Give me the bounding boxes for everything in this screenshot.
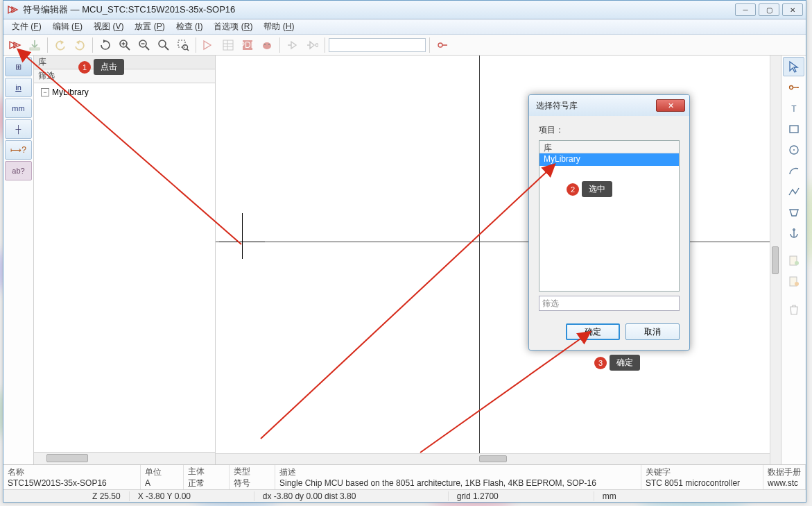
zoom-fit-button[interactable]: [155, 36, 173, 54]
status-grid: grid 1.2700: [449, 491, 594, 501]
symbol-icon[interactable]: [200, 36, 218, 54]
svg-marker-20: [204, 41, 211, 49]
info-body-label: 主体: [188, 466, 225, 478]
svg-line-9: [126, 47, 130, 50]
callout-3-text: 确定: [610, 355, 640, 371]
callout-2-badge: 2: [567, 183, 579, 196]
menubar: 文件 (F) 编辑 (E) 视图 (V) 放置 (P) 检查 (I) 首选项 (…: [3, 19, 806, 35]
status-zoom: Z 25.50: [84, 491, 130, 501]
sheet-2-icon[interactable]: [783, 272, 804, 292]
zoom-out-button[interactable]: [135, 36, 153, 54]
circle-tool-icon[interactable]: [783, 140, 804, 160]
dialog-title: 选择符号库: [536, 100, 578, 112]
undo-button[interactable]: [51, 36, 69, 54]
callout-1-text: 点击: [94, 59, 124, 75]
select-tool-icon[interactable]: [783, 57, 804, 76]
dialog-titlebar[interactable]: 选择符号库 ✕: [529, 95, 689, 116]
svg-point-34: [797, 87, 799, 88]
maximize-button[interactable]: ▢: [759, 3, 779, 16]
info-name-label: 名称: [8, 466, 136, 478]
menu-view[interactable]: 视图 (V): [88, 19, 129, 34]
info-key-value: STC 8051 microcontroller: [646, 478, 759, 488]
cursor-mode-button[interactable]: ┼: [5, 119, 32, 139]
menu-prefs[interactable]: 首选项 (R): [208, 19, 258, 34]
arc-tool-icon[interactable]: [783, 161, 804, 180]
lib-panel-filter-label: 筛选: [34, 69, 215, 83]
lib-tree[interactable]: − MyLibrary: [34, 83, 215, 452]
menu-edit[interactable]: 编辑 (E): [47, 19, 88, 34]
text-tool-icon[interactable]: T: [783, 99, 804, 118]
menu-file[interactable]: 文件 (F): [6, 19, 47, 34]
lib-tree-item[interactable]: − MyLibrary: [38, 86, 215, 99]
info-body-value: 正常: [188, 478, 225, 489]
status-bar: Z 25.50 X -3.80 Y 0.00 dx -3.80 dy 0.00 …: [3, 489, 806, 502]
tree-expand-icon[interactable]: −: [41, 88, 49, 96]
callout-3-badge: 3: [594, 357, 607, 369]
dialog-filter-input[interactable]: 筛选: [539, 296, 680, 311]
close-button[interactable]: ✕: [782, 3, 803, 16]
titlebar: 符号编辑器 — MCU_STC:STC15W201S-35x-SOP16 ─ ▢…: [3, 1, 806, 19]
new-symbol-button[interactable]: [6, 36, 24, 54]
zoom-selection-button[interactable]: [174, 36, 192, 54]
callout-1-badge: 1: [78, 61, 91, 74]
menu-place[interactable]: 放置 (P): [129, 19, 170, 34]
dialog-ok-button[interactable]: 确定: [566, 323, 620, 340]
info-row: 名称STC15W201S-35x-SOP16 单位A 主体正常 类型符号 描述S…: [3, 464, 806, 489]
conv-icon-1[interactable]: [284, 36, 302, 54]
properties-button[interactable]: [219, 36, 237, 54]
trash-icon[interactable]: [783, 300, 804, 319]
info-name-value: STC15W201S-35x-SOP16: [8, 478, 136, 488]
refresh-button[interactable]: [96, 36, 114, 54]
svg-point-15: [159, 40, 166, 47]
conv-icon-2[interactable]: [303, 36, 321, 54]
menu-help[interactable]: 帮助 (H): [258, 19, 300, 34]
polygon-tool-icon[interactable]: [783, 203, 804, 222]
svg-point-44: [795, 282, 799, 286]
lib-panel-hscroll[interactable]: [34, 452, 215, 464]
save-button[interactable]: [26, 36, 44, 54]
redo-button[interactable]: [71, 36, 89, 54]
polyline-tool-icon[interactable]: [783, 182, 804, 201]
svg-point-38: [793, 149, 795, 151]
erc-button[interactable]: [258, 36, 276, 54]
callout-1: 1 点击: [78, 59, 124, 75]
unit-select[interactable]: [329, 38, 426, 52]
info-desc-label: 描述: [279, 466, 637, 478]
pin-help-button[interactable]: ⟼?: [5, 140, 32, 160]
svg-point-29: [268, 44, 270, 45]
rect-tool-icon[interactable]: [783, 119, 804, 139]
dialog-list-header: 库: [539, 141, 679, 153]
status-delta: dx -3.80 dy 0.00 dist 3.80: [254, 491, 449, 501]
svg-point-32: [789, 86, 793, 90]
minimize-button[interactable]: ─: [735, 3, 756, 16]
grid-icon[interactable]: ⊞: [5, 57, 32, 76]
pdf-button[interactable]: PDF: [239, 36, 257, 54]
svg-point-27: [263, 42, 271, 49]
dialog-listbox[interactable]: 库 MyLibrary: [539, 140, 680, 292]
info-ds-label: 数据手册: [768, 466, 801, 478]
inch-unit-button[interactable]: in: [5, 78, 32, 97]
status-xy: X -3.80 Y 0.00: [130, 491, 254, 501]
sheet-1-icon[interactable]: [783, 251, 804, 271]
menu-inspect[interactable]: 检查 (I): [171, 19, 209, 34]
anchor-tool-icon[interactable]: [783, 224, 804, 243]
dialog-cancel-button[interactable]: 取消: [625, 323, 680, 340]
canvas-vscroll[interactable]: [770, 56, 781, 464]
pin-tool-icon[interactable]: [783, 78, 804, 97]
info-type-value: 符号: [234, 478, 270, 489]
right-toolbar: T: [781, 56, 806, 464]
dialog-close-button[interactable]: ✕: [656, 99, 685, 112]
label-help-button[interactable]: ab?: [5, 161, 32, 180]
dialog-list-item[interactable]: MyLibrary: [539, 153, 679, 166]
callout-2: 2 选中: [567, 181, 612, 197]
info-ds-value: www.stc: [768, 478, 801, 488]
window-title: 符号编辑器 — MCU_STC:STC15W201S-35x-SOP16: [23, 3, 735, 16]
pin-tool-icon[interactable]: [433, 36, 451, 54]
dialog-label: 项目：: [539, 124, 680, 136]
zoom-in-button[interactable]: [116, 36, 134, 54]
info-type-label: 类型: [234, 466, 270, 478]
canvas-hscroll[interactable]: [216, 453, 770, 464]
mm-unit-button[interactable]: mm: [5, 99, 32, 118]
svg-point-28: [264, 44, 266, 45]
svg-rect-17: [178, 40, 185, 47]
